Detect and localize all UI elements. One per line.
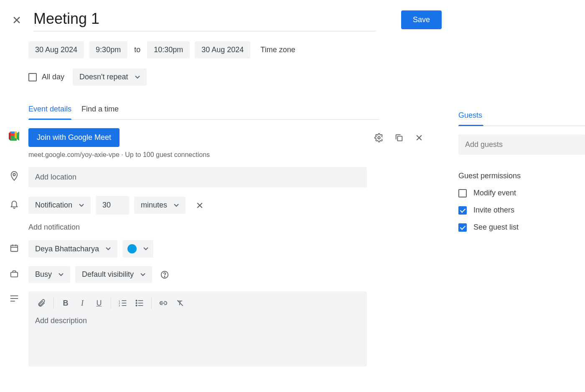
underline-button[interactable]: U [91, 296, 107, 311]
clear-format-icon [176, 299, 184, 307]
location-pin-icon [10, 170, 19, 181]
end-time-label: 10:30pm [154, 46, 183, 54]
end-date-label: 30 Aug 2024 [201, 46, 244, 54]
timezone-link[interactable]: Time zone [260, 46, 295, 54]
description-textarea[interactable]: Add description [28, 315, 367, 365]
gear-icon [374, 133, 384, 142]
tab-find-a-time[interactable]: Find a time [81, 101, 119, 119]
color-select[interactable] [122, 240, 153, 258]
notification-unit-select[interactable]: minutes [134, 197, 186, 214]
svg-point-20 [164, 276, 165, 276]
svg-point-7 [378, 137, 380, 139]
calendar-owner-label: Deya Bhattacharya [35, 245, 99, 253]
save-button[interactable]: Save [401, 10, 442, 29]
svg-rect-14 [11, 245, 18, 252]
allday-checkbox[interactable] [28, 73, 37, 81]
google-meet-icon [9, 132, 20, 141]
remove-notification-button[interactable] [194, 200, 206, 211]
join-meet-button[interactable]: Join with Google Meet [28, 128, 120, 147]
chevron-down-icon [58, 273, 64, 276]
tab-event-details[interactable]: Event details [28, 101, 71, 119]
italic-button[interactable]: I [74, 296, 91, 311]
close-icon [12, 15, 22, 25]
briefcase-icon [10, 269, 19, 278]
perm-modify-checkbox[interactable] [458, 189, 467, 197]
clear-formatting-button[interactable] [172, 296, 188, 311]
underline-icon: U [97, 299, 102, 308]
description-toolbar: B I U 123 [28, 291, 367, 315]
meet-subtext: meet.google.com/yoy-axie-vpe · Up to 100… [28, 151, 442, 159]
perm-seelist-checkbox[interactable] [458, 223, 467, 232]
perm-invite-checkbox[interactable] [458, 206, 467, 215]
remove-meet-button[interactable] [413, 132, 425, 144]
visibility-help-button[interactable] [159, 269, 170, 281]
toolbar-separator [53, 297, 54, 309]
svg-point-11 [13, 174, 15, 176]
svg-rect-8 [397, 136, 402, 141]
guest-permissions-title: Guest permissions [458, 172, 585, 180]
notification-unit-label: minutes [141, 201, 167, 210]
italic-icon: I [81, 299, 84, 308]
perm-invite-label: Invite others [473, 206, 514, 215]
tab-guests[interactable]: Guests [458, 107, 482, 126]
end-date[interactable]: 30 Aug 2024 [195, 41, 250, 58]
start-date[interactable]: 30 Aug 2024 [28, 41, 84, 58]
svg-point-35 [136, 305, 137, 306]
close-icon [415, 134, 423, 142]
calendar-icon [10, 243, 19, 253]
chevron-down-icon [174, 204, 179, 207]
visibility-select[interactable]: Default visibility [75, 266, 152, 283]
notification-type-label: Notification [35, 201, 72, 210]
svg-rect-4 [10, 136, 15, 141]
location-input[interactable] [28, 167, 367, 187]
chevron-down-icon [79, 204, 84, 207]
meet-link-text: meet.google.com/yoy-axie-vpe [28, 151, 120, 158]
end-time[interactable]: 10:30pm [147, 41, 190, 58]
copy-meet-link-button[interactable] [393, 132, 405, 144]
availability-select[interactable]: Busy [28, 266, 70, 283]
availability-label: Busy [35, 270, 52, 279]
ordered-list-icon: 123 [119, 299, 127, 307]
help-icon [160, 270, 169, 279]
link-icon [159, 301, 168, 306]
svg-rect-6 [10, 132, 15, 133]
svg-point-34 [136, 303, 137, 304]
start-time[interactable]: 9:30pm [89, 41, 127, 58]
visibility-label: Default visibility [82, 270, 134, 279]
notification-type-select[interactable]: Notification [28, 197, 91, 214]
toolbar-separator [151, 297, 152, 309]
chevron-down-icon [135, 76, 140, 79]
svg-text:3: 3 [119, 304, 120, 307]
unordered-list-button[interactable] [131, 296, 148, 311]
svg-rect-2 [9, 133, 10, 139]
toolbar-separator [111, 297, 111, 309]
add-notification-link[interactable]: Add notification [28, 223, 442, 232]
unordered-list-icon [135, 299, 144, 307]
notification-value-input[interactable] [96, 196, 129, 215]
svg-point-33 [136, 300, 137, 301]
ordered-list-button[interactable]: 123 [114, 296, 131, 311]
to-label: to [132, 46, 142, 54]
add-guests-input[interactable] [458, 134, 585, 155]
calendar-owner-select[interactable]: Deya Bhattacharya [28, 240, 117, 258]
chevron-down-icon [143, 247, 148, 250]
start-time-label: 9:30pm [96, 46, 121, 54]
meet-capacity-text: Up to 100 guest connections [125, 151, 210, 158]
event-title-input[interactable] [33, 8, 376, 31]
detail-tabs: Event details Find a time [28, 101, 379, 120]
link-button[interactable] [155, 296, 172, 311]
chevron-down-icon [140, 273, 145, 276]
close-icon [196, 201, 204, 210]
bold-button[interactable]: B [57, 296, 74, 311]
close-button[interactable] [8, 12, 25, 28]
svg-rect-18 [11, 272, 18, 277]
bold-icon: B [63, 299, 69, 308]
meet-settings-button[interactable] [373, 132, 385, 144]
recurrence-select[interactable]: Doesn't repeat [73, 68, 147, 86]
text-lines-icon [10, 295, 19, 302]
perm-modify-label: Modify event [473, 189, 516, 197]
attach-button[interactable] [33, 296, 50, 311]
chevron-down-icon [106, 247, 111, 250]
start-date-label: 30 Aug 2024 [35, 46, 77, 54]
guests-tabs: Guests [458, 107, 585, 126]
